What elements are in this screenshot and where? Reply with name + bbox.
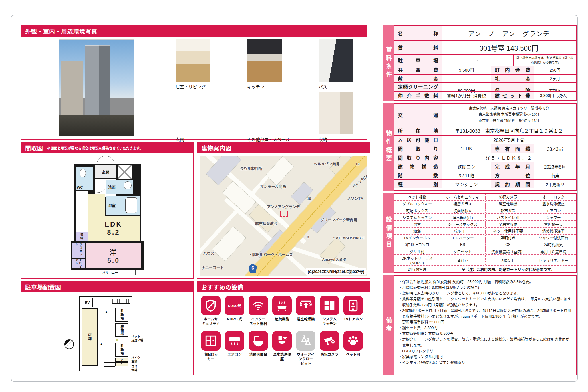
aircon-icon bbox=[228, 334, 241, 347]
layout-detail-label: 間取り内容 bbox=[398, 154, 438, 161]
kitchen-sink bbox=[77, 193, 86, 203]
delivery-locker-icon bbox=[204, 334, 217, 347]
built-value: 2023年8月 bbox=[534, 162, 576, 171]
photos-body: 居室・リビング キッチン バス 玄関 その他部屋・スペース 収納 bbox=[21, 37, 367, 139]
table-row: 種別 マンション 契約期間 2年更新型 bbox=[394, 179, 576, 188]
layout-value: 1LDK bbox=[442, 144, 491, 153]
equipment-cell: 洗面所独立 bbox=[440, 207, 485, 214]
access-label: 交通 bbox=[398, 111, 438, 118]
rental-table: 名称 アン ノ アン グランデ 賃料 301号室 143,500円 駐車場 - … bbox=[394, 25, 577, 101]
equipment-cell: 宅配ボックス bbox=[394, 207, 440, 214]
equipment-cell: ネット使用料不要 bbox=[485, 228, 531, 234]
equipment-cell: システムキッチン bbox=[394, 214, 440, 220]
direction-value: 南東 bbox=[534, 171, 576, 179]
equipment-cell: 給湯 bbox=[394, 228, 440, 234]
equipment-note: ※（注）ご利用の際、別途カートリッジ代が必要です。 bbox=[440, 266, 576, 272]
recommended-header: おすすめの設備 bbox=[197, 282, 370, 292]
parking-header: 駐車場配置図 bbox=[21, 282, 193, 292]
motorcycle-label: バイク 置場 bbox=[131, 356, 140, 363]
equipment-cell: 3口以上コンロ bbox=[394, 241, 440, 248]
room-western: 洋 5.0 bbox=[86, 243, 141, 268]
equipment-tile: ウォークイ ンクロー ゼット bbox=[296, 331, 316, 366]
equipment-row: 浴室 シューズボックス 全居室収納 室内物干し bbox=[394, 220, 576, 227]
equipment-cell: TVインターホン bbox=[394, 235, 440, 241]
equipment-tile-label: TVドアホン bbox=[344, 317, 363, 322]
equipment-tile-label: 温水洗浄便 座 bbox=[273, 352, 291, 362]
photo-caption: バス bbox=[319, 84, 327, 90]
balcony: バルコニー bbox=[85, 270, 136, 275]
fee-label: 仲介手数料 bbox=[398, 92, 438, 99]
equipment-cell: 洗濯機置場（室内） bbox=[485, 248, 531, 254]
remark-line: ・賃料等月額を口座引落とし、クレジットカードでお支払いいただく場合は、 毎月のお… bbox=[398, 296, 572, 308]
address-label: 所在地 bbox=[398, 127, 438, 134]
room-storage: 収納 bbox=[76, 232, 88, 241]
photo-bath bbox=[319, 39, 353, 82]
remark-line: ・鍵セット費 3,300円 bbox=[398, 325, 572, 331]
equipment-cell: 室内物干し bbox=[531, 221, 576, 227]
equipment-tile-label: システム キッチン bbox=[322, 317, 337, 326]
equipment-cell: セキュリティキー bbox=[531, 255, 576, 265]
equipment-cell: 全居室収納 bbox=[485, 221, 531, 227]
structure-value: 鉄筋コン bbox=[442, 162, 491, 171]
equipment-tile: エアコン bbox=[225, 331, 245, 366]
parking-diagram: EV 店舗 駐輪場 駐輪場 駐輪場 2 1 ▲ ▲ ペット 足洗い場 バイク 置… bbox=[61, 294, 153, 373]
equipment-row: ダブルロックキー 複層ガラス 浴室乾燥機 温水洗浄便座 bbox=[394, 200, 576, 207]
equipment-cell: 2階以上 bbox=[485, 255, 531, 265]
contract-label: 契約期間 bbox=[495, 181, 530, 188]
building-shape bbox=[61, 61, 83, 117]
room-ldk: LDK 8.2 bbox=[88, 216, 140, 241]
equipment-cell: 浴室乾燥機 bbox=[485, 201, 531, 207]
map-building bbox=[265, 156, 294, 186]
equipment-cell: グリル付 bbox=[394, 248, 440, 254]
remark-line: ・LGBTQフレンドリー bbox=[398, 348, 572, 354]
map-label: Amavelスミダ bbox=[322, 256, 346, 262]
equipment-tile-label: NURO 光 bbox=[227, 317, 242, 322]
table-row: 交通 東武伊勢崎・大師線 東京スカイツリー駅 徒歩 8分東京都浅草線 本所吾妻橋… bbox=[394, 104, 576, 126]
movein-value: 2026年5月上旬 bbox=[442, 136, 576, 144]
western-label: 洋 bbox=[110, 247, 118, 257]
shop-area: 店舗 bbox=[82, 308, 98, 366]
fee-label: 礼金 bbox=[495, 75, 530, 82]
floorplan-header: 間取図 ※図面と現況が異なる場合は現況を優先させていただきます。 bbox=[21, 142, 193, 153]
remark-line: ・更新事務手数料 22,000円 bbox=[398, 319, 572, 325]
western-size: 5.0 bbox=[107, 257, 120, 264]
equipment-tile-label: 浴室乾燥機 bbox=[297, 317, 315, 322]
equipment-row: TVインターホン エレベーター 照明付き シャワー付洗面台 bbox=[394, 234, 576, 241]
equipment-cell: エレベーター bbox=[440, 235, 485, 241]
equipment-cell: 防犯カメラ bbox=[485, 194, 531, 200]
tv-doorphone-icon bbox=[347, 299, 360, 312]
photos-title: 外観・室内・周辺環境写真 bbox=[25, 27, 97, 35]
equipment-tile: インター ネット無料 bbox=[248, 296, 268, 326]
layout-detail-value: 洋５・ＬＤＫ８．２ bbox=[442, 153, 576, 162]
equipment-tile-label: ウォークイ ンクロー ゼット bbox=[297, 352, 315, 366]
access-line: 東京都浅草線 本所吾妻橋駅 徒歩 10分 bbox=[479, 112, 539, 118]
remark-line: ・月額保証委託料：3,839円 (2.5%プランの場合) bbox=[398, 285, 572, 290]
pet-ok-icon bbox=[347, 334, 360, 347]
area-label: 専有面積 bbox=[495, 145, 530, 152]
equipment-cell: オートロック bbox=[531, 194, 576, 200]
rent-label: 賃料 bbox=[398, 44, 438, 51]
photo-living bbox=[176, 39, 210, 82]
floor-value: 3 / 11階 bbox=[442, 171, 491, 179]
table-row: 間取り 1LDK 専有面積 33.43㎡ bbox=[394, 144, 576, 153]
bathroom-dryer-icon bbox=[299, 299, 312, 312]
table-row: 駐車場 - 駐車場使用の場合は、別途手数料（駐車料+消費税）が必要です。 bbox=[394, 54, 576, 66]
photo-kitchen bbox=[247, 39, 282, 82]
photo-entrance bbox=[176, 92, 210, 134]
map-label: ・ATLASOSHIAGE bbox=[332, 235, 365, 240]
area-value: 33.43㎡ bbox=[534, 144, 576, 153]
photo-exterior bbox=[59, 39, 134, 136]
remark-line: ・24時間サポート費用（月額）330円が必要です。5月12日以降に入居申込の場合… bbox=[398, 308, 572, 319]
table-row: 敷金 ― 礼金 2ヶ月 bbox=[394, 74, 576, 83]
walkin-closet-icon bbox=[299, 334, 312, 347]
kitchen-konro bbox=[77, 218, 86, 229]
equipment-row: グリル付 クロゼット 洗濯機置場（室内） 専用ゴミ置き場 bbox=[394, 248, 576, 254]
rental-conditions-block: 賃料条件 名称 アン ノ アン グランデ 賃料 301号室 143,500円 駐… bbox=[383, 25, 577, 101]
reheating-bath-icon bbox=[275, 299, 289, 312]
equipment-row: 3口以上コンロ BS CS 24時間換気 bbox=[394, 241, 576, 248]
map-label: ヘルメゾン向島 bbox=[314, 161, 340, 166]
address-value: 〒131-0033 東京都墨田区向島２丁目１９番１２ bbox=[442, 126, 576, 135]
direction-arrow: ▲ bbox=[105, 310, 108, 313]
flyer-canvas: 外観・室内・周辺環境写真 居室・リビング キッチン バス 玄関 その他部屋・スペ… bbox=[0, 0, 588, 392]
fee-label: 共益費 bbox=[398, 66, 438, 73]
